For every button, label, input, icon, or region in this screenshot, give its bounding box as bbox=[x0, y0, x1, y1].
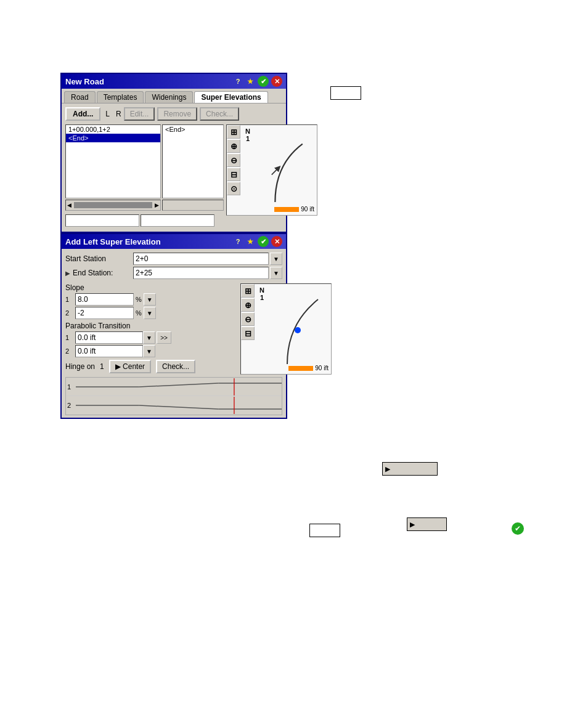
super-map-controls: ⊞ ⊕ ⊖ ⊟ bbox=[241, 284, 255, 340]
svg-line-1 bbox=[139, 383, 218, 387]
list-right[interactable]: <End> bbox=[162, 124, 224, 198]
super-close-button[interactable]: ✕ bbox=[271, 236, 282, 247]
zoom-prev-btn[interactable]: ⊙ bbox=[227, 182, 240, 195]
zoom-out-btn[interactable]: ⊖ bbox=[227, 153, 240, 167]
start-station-input[interactable] bbox=[133, 253, 269, 265]
ok-icon-standalone[interactable]: ✔ bbox=[512, 522, 524, 535]
check-button[interactable]: Check... bbox=[200, 107, 239, 121]
slope-row-1: 1 % ▼ bbox=[65, 293, 238, 306]
end-station-row: ▶ End Station: ▼ bbox=[62, 267, 286, 279]
start-station-arrow[interactable]: ▼ bbox=[270, 253, 282, 265]
slope-arrow-2[interactable]: ▼ bbox=[144, 307, 156, 319]
super-zoom-window-btn[interactable]: ⊟ bbox=[241, 327, 255, 340]
zoom-window-btn[interactable]: ⊟ bbox=[227, 168, 240, 181]
tab-super-elevations[interactable]: Super Elevations bbox=[194, 91, 267, 103]
scroll-left-arrow[interactable]: ◀ bbox=[67, 202, 71, 208]
scale-bar bbox=[274, 207, 299, 212]
scrollbar-row: ◀ ▶ bbox=[65, 200, 224, 211]
super-main-layout: Slope 1 % ▼ 2 % ▼ Parabolic Transition bbox=[62, 281, 286, 376]
strip-svg-2 bbox=[76, 397, 282, 414]
zoom-in-btn[interactable]: ⊕ bbox=[227, 139, 240, 153]
super-map-north: N 1 bbox=[259, 286, 264, 301]
small-box-2[interactable]: ▶ bbox=[382, 462, 438, 476]
footer-input-right[interactable] bbox=[141, 214, 214, 227]
close-button[interactable]: ✕ bbox=[271, 76, 282, 87]
super-star-icon[interactable]: ★ bbox=[245, 237, 255, 246]
footer-inputs bbox=[65, 212, 224, 228]
para-input-1[interactable] bbox=[75, 331, 143, 344]
para-arrow-1[interactable]: ▼ bbox=[143, 331, 155, 344]
north-label: N bbox=[245, 128, 250, 135]
lists-row: 1+00.000,1+2 <End> <End> bbox=[65, 124, 224, 198]
strip-num-1: 1 bbox=[66, 383, 76, 391]
footer-input-left[interactable] bbox=[65, 214, 139, 227]
tab-widenings[interactable]: Widenings bbox=[145, 91, 193, 103]
list-right-item-0[interactable]: <End> bbox=[163, 125, 223, 134]
start-station-row: Start Station ▼ bbox=[62, 253, 286, 265]
super-zoom-extent-btn[interactable]: ⊞ bbox=[241, 284, 255, 298]
super-north-arrow: 1 bbox=[260, 294, 264, 301]
small-box-4 bbox=[309, 524, 340, 537]
strip-canvas-2 bbox=[76, 397, 282, 414]
super-scale-bar bbox=[288, 366, 313, 371]
add-button[interactable]: Add... bbox=[65, 107, 100, 121]
end-station-label-wrap: ▶ End Station: bbox=[65, 269, 133, 277]
profile-strip-1: 1 bbox=[66, 378, 282, 396]
small-box-3[interactable]: ▶ bbox=[407, 517, 447, 531]
center-button[interactable]: ▶ Center bbox=[109, 360, 151, 373]
remove-button[interactable]: Remove bbox=[157, 107, 197, 121]
scrollbar-left[interactable]: ◀ ▶ bbox=[65, 200, 161, 211]
end-station-triangle: ▶ bbox=[65, 270, 70, 277]
help-icon[interactable]: ? bbox=[233, 76, 243, 86]
slope-num-1: 1 bbox=[65, 296, 75, 303]
slope-input-2[interactable] bbox=[75, 307, 134, 319]
super-toolbar: Add... L R Edit... Remove Check... bbox=[65, 107, 282, 121]
list-map-area: 1+00.000,1+2 <End> <End> ◀ ▶ bbox=[65, 124, 282, 228]
scroll-right-arrow[interactable]: ▶ bbox=[155, 202, 159, 208]
slope-input-1[interactable] bbox=[75, 293, 134, 306]
scroll-thumb[interactable] bbox=[74, 202, 152, 208]
para-num-2: 2 bbox=[65, 347, 75, 355]
small-box-2-arrow: ▶ bbox=[385, 465, 390, 473]
super-titlebar-buttons: ? ★ ✔ ✕ bbox=[233, 236, 282, 247]
super-map-svg bbox=[266, 293, 332, 370]
check-super-button[interactable]: Check... bbox=[156, 360, 195, 373]
super-zoom-out-btn[interactable]: ⊖ bbox=[241, 312, 255, 326]
scrollbar-right[interactable] bbox=[162, 200, 224, 211]
ok-button[interactable]: ✔ bbox=[258, 76, 269, 87]
para-title: Parabolic Transition bbox=[65, 322, 238, 330]
super-ok-button[interactable]: ✔ bbox=[258, 236, 269, 247]
blue-dot bbox=[295, 327, 301, 333]
lists-container: 1+00.000,1+2 <End> <End> ◀ ▶ bbox=[65, 124, 224, 228]
super-north-label: N bbox=[259, 286, 264, 294]
start-station-label: Start Station bbox=[65, 254, 133, 263]
map-road-svg bbox=[255, 134, 316, 208]
new-road-title-area: New Road bbox=[65, 77, 104, 86]
super-zoom-in-btn[interactable]: ⊕ bbox=[241, 298, 255, 312]
edit-button[interactable]: Edit... bbox=[124, 107, 155, 121]
super-titlebar: Add Left Super Elevation ? ★ ✔ ✕ bbox=[62, 234, 286, 249]
super-help-icon[interactable]: ? bbox=[233, 237, 243, 246]
tab-templates[interactable]: Templates bbox=[97, 91, 144, 103]
super-left-panel: Slope 1 % ▼ 2 % ▼ Parabolic Transition bbox=[65, 283, 238, 375]
slope-title: Slope bbox=[65, 283, 238, 292]
super-title: Add Left Super Elevation bbox=[65, 237, 161, 246]
add-super-dialog: Add Left Super Elevation ? ★ ✔ ✕ Start S… bbox=[60, 233, 287, 419]
slope-arrow-1[interactable]: ▼ bbox=[144, 293, 156, 306]
end-station-arrow[interactable]: ▼ bbox=[270, 267, 282, 279]
para-row-2: 2 ▼ bbox=[65, 345, 238, 357]
end-station-input[interactable] bbox=[133, 267, 269, 279]
tab-road[interactable]: Road bbox=[64, 91, 96, 103]
zoom-extent-btn[interactable]: ⊞ bbox=[227, 125, 240, 139]
para-arrow-2[interactable]: ▼ bbox=[143, 345, 155, 357]
list-item-0[interactable]: 1+00.000,1+2 bbox=[66, 125, 160, 134]
map-panel: ⊞ ⊕ ⊖ ⊟ ⊙ N 1 bbox=[226, 124, 317, 216]
new-road-tabs: Road Templates Widenings Super Elevation… bbox=[62, 89, 286, 103]
list-left[interactable]: 1+00.000,1+2 <End> bbox=[65, 124, 161, 198]
star-icon[interactable]: ★ bbox=[245, 76, 255, 86]
super-right-panel: ⊞ ⊕ ⊖ ⊟ N 1 90 ift bbox=[240, 283, 332, 375]
new-road-body: Add... L R Edit... Remove Check... 1+00.… bbox=[62, 103, 286, 232]
para-more-1[interactable]: >> bbox=[157, 331, 171, 344]
list-item-1[interactable]: <End> bbox=[66, 134, 160, 142]
para-input-2[interactable] bbox=[75, 345, 143, 357]
